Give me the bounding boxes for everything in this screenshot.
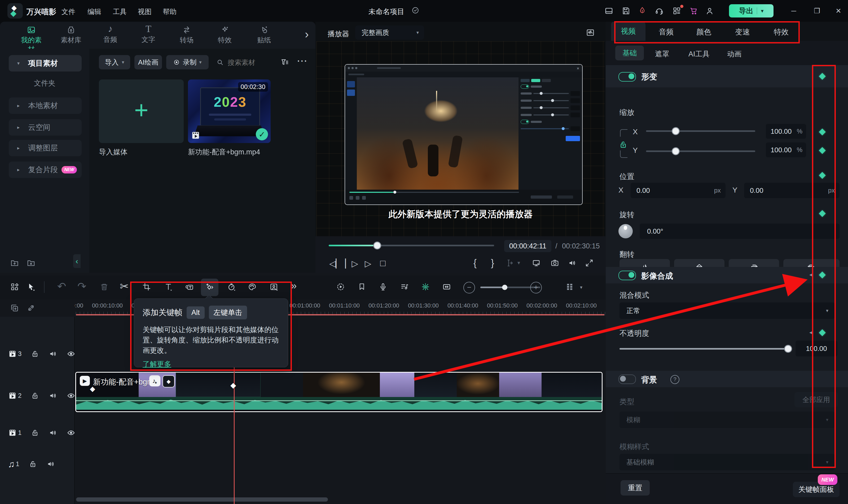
save-icon[interactable] [621,6,630,15]
tab-transition[interactable]: 转场 [174,23,200,48]
prev-keyframe-icon[interactable]: ◀ [809,272,813,277]
color-palette-icon[interactable] [247,282,257,291]
volume-speaker-icon[interactable] [568,258,577,268]
record-button[interactable]: 录制 ▾ [166,55,209,69]
more-options-icon[interactable]: ⋯ [297,55,307,67]
keyframe-diamond-icon[interactable]: ◆ [819,145,826,154]
play-button[interactable]: ▷ [365,258,371,269]
scale-link-lock-icon[interactable] [619,140,628,149]
tab-text[interactable]: T 文字 [136,23,161,48]
marker-icon[interactable] [357,282,366,291]
playhead-keyframe-diamond[interactable]: ◆ [230,381,236,390]
sidebar-collapse-button[interactable]: ‹ [73,254,81,268]
next-frame-button[interactable]: ▏▷ [345,258,358,269]
sidebar-item-folder[interactable]: 文件夹 [0,78,89,88]
track-manager-icon[interactable] [565,282,574,291]
opacity-value-box[interactable]: 100.00 [796,341,837,357]
mute-speaker-icon[interactable] [46,460,55,469]
visibility-eye-icon[interactable] [67,349,75,358]
subtab-ai-tools[interactable]: AI工具 [688,49,710,59]
mark-in-button[interactable]: { [473,257,477,269]
sidebar-item-adjust-layer[interactable]: ▸ 调整图层 [9,140,82,156]
sidebar-item-project-media[interactable]: ▾ 项目素材 [9,55,82,72]
window-close-button[interactable]: ✕ [835,7,842,15]
menu-file[interactable]: 文件 [62,7,75,16]
mute-speaker-icon[interactable] [49,428,57,437]
track-head-audio1[interactable]: ♫1 [8,456,55,472]
track-head-video2[interactable]: 2 [8,388,75,403]
pos-y-input[interactable]: 0.00 px [744,183,840,198]
track-head-video1[interactable]: 1 [8,425,75,441]
search-icon[interactable] [216,58,224,66]
player-quality-dropdown[interactable]: 完整画质 ▾ [355,25,424,40]
timeline-scrollbar[interactable] [76,498,328,502]
lock-icon[interactable] [31,391,39,400]
media-manager-icon[interactable] [10,282,19,291]
opacity-handle[interactable] [784,345,792,353]
import-button[interactable]: 导入 ▾ [99,55,130,69]
blur-style-dropdown[interactable]: 基础模糊 ▾ [620,454,835,470]
scale-y-slider[interactable] [646,150,755,152]
pos-x-input[interactable]: 0.00 px [630,183,726,198]
scale-y-handle[interactable] [672,147,680,155]
bg-type-dropdown[interactable]: 模糊 ▾ [620,412,835,428]
clip-keyframe-marker[interactable]: ◆ [90,385,95,393]
lock-icon[interactable] [31,349,39,358]
more-tools-icon[interactable]: » [291,280,297,292]
blend-mode-dropdown[interactable]: 正常 ▾ [620,303,835,319]
seek-bar[interactable] [329,245,494,246]
scale-x-slider[interactable] [646,130,755,132]
scale-y-value-box[interactable]: 100.00 % [766,143,806,157]
redo-icon[interactable]: ↷ [77,280,86,292]
subtab-basic[interactable]: 基础 [615,46,644,60]
keyframe-diamond-icon[interactable]: ◆ [819,208,826,217]
tooltip-learn-more-link[interactable]: 了解更多 [143,359,288,369]
mirror-screen-icon[interactable] [532,258,541,268]
duplicate-icon[interactable] [10,304,19,312]
filter-icon[interactable] [280,58,289,67]
mute-speaker-icon[interactable] [49,349,57,358]
mark-clip-icon[interactable] [505,258,514,268]
lock-icon[interactable] [31,428,39,437]
visibility-eye-icon[interactable] [67,391,75,400]
keyframe-diamond-icon[interactable]: ◆ [819,71,826,80]
speed-timer-icon[interactable] [227,282,236,291]
track-manager-dropdown-icon[interactable]: ▾ [580,285,583,290]
tab-audio[interactable]: 音频 [659,27,674,37]
stop-button[interactable]: □ [380,258,386,268]
menu-view[interactable]: 视图 [138,7,152,16]
track-head-video3[interactable]: 3 [8,346,75,362]
unlink-icon[interactable] [27,304,36,312]
keyframe-diamond-icon[interactable]: ◆ [819,270,826,278]
add-keyframe-tool[interactable] [201,278,219,296]
export-button[interactable]: 导出 ▾ [729,4,774,17]
zoom-slider-handle[interactable] [502,285,507,290]
apps-grid-icon[interactable] [672,6,681,15]
search-input[interactable] [227,57,279,68]
beat-detect-icon[interactable] [421,282,430,291]
fullscreen-expand-icon[interactable] [585,258,594,268]
notice-alert-icon[interactable] [638,6,647,15]
tabs-expand-chevron-icon[interactable]: › [305,28,309,41]
snapshot-camera-icon[interactable] [550,258,559,268]
cart-icon[interactable] [689,6,698,15]
rotate-value-box[interactable]: 0.00° [640,223,840,239]
undo-icon[interactable]: ↶ [57,280,66,292]
ai-paint-button[interactable]: AI绘画 [134,55,162,69]
import-media-tile[interactable]: + [99,79,184,143]
tab-effects[interactable]: 特效 [212,23,238,48]
split-scissors-icon[interactable]: ✂ [120,280,129,292]
new-folder-icon[interactable] [10,258,19,268]
tab-stickers[interactable]: 贴纸 [251,23,277,48]
menu-edit[interactable]: 编辑 [87,7,101,16]
zoom-in-icon[interactable]: + [530,282,542,293]
window-maximize-button[interactable]: ❐ [814,7,820,15]
sidebar-item-local-media[interactable]: ▸ 本地素材 [9,97,82,114]
sidebar-item-compound-clip[interactable]: ▸ 复合片段 NEW [9,162,82,178]
help-question-icon[interactable]: ? [670,375,679,384]
delete-trash-icon[interactable] [100,282,109,291]
support-headset-icon[interactable] [655,6,664,15]
crop-icon[interactable] [142,282,151,291]
mark-out-button[interactable]: } [491,257,494,269]
voiceover-mic-icon[interactable] [379,282,387,291]
